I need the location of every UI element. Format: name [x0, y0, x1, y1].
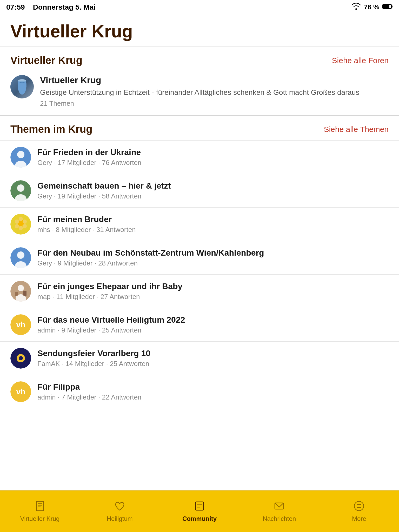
svg-point-6: [17, 151, 24, 158]
theme-list: Für Frieden in der UkraineGery · 17 Mitg…: [0, 140, 399, 408]
nav-item-virtueller-krug[interactable]: Virtueller Krug: [0, 491, 80, 532]
themes-header: Themen im Krug Siehe alle Themen: [0, 123, 399, 140]
status-date: Donnerstag 5. Mai: [33, 3, 96, 11]
theme-meta: Gery · 19 Mitglieder · 58 Antworten: [37, 192, 171, 200]
theme-avatar: [10, 147, 31, 168]
theme-title: Für den Neubau im Schönstatt-Zentrum Wie…: [37, 248, 264, 258]
theme-info: Für Filippaadmin · 7 Mitglieder · 22 Ant…: [37, 382, 141, 401]
forum-meta: 21 Themen: [40, 99, 360, 108]
status-bar: 07:59 Donnerstag 5. Mai 76 %: [0, 0, 399, 13]
theme-meta: FamAK · 14 Mitglieder · 25 Antworten: [37, 360, 150, 368]
nav-label-virtueller-krug: Virtueller Krug: [20, 515, 60, 522]
forum-section-header: Virtueller Krug Siehe alle Foren: [10, 55, 389, 66]
see-all-themes-link[interactable]: Siehe alle Themen: [324, 125, 389, 134]
svg-point-14: [23, 220, 27, 224]
nav-item-community[interactable]: Community: [159, 491, 239, 532]
svg-point-17: [15, 224, 19, 228]
svg-point-15: [23, 224, 27, 228]
fade-overlay: [0, 470, 399, 490]
forum-description: Geistige Unterstützung in Echtzeit - für…: [40, 87, 360, 97]
svg-point-9: [17, 184, 24, 192]
page-title-section: Virtueller Krug: [0, 13, 399, 47]
theme-title: Für meinen Bruder: [37, 215, 136, 224]
nav-item-more[interactable]: More: [319, 491, 399, 532]
theme-info: Für den Neubau im Schönstatt-Zentrum Wie…: [37, 248, 264, 267]
bottom-nav: Virtueller Krug Heiligtum Community: [0, 490, 399, 532]
theme-item[interactable]: vh Für Filippaadmin · 7 Mitglieder · 22 …: [0, 375, 399, 408]
forum-avatar: [10, 75, 34, 98]
status-time: 07:59: [6, 3, 25, 11]
nav-label-nachrichten: Nachrichten: [263, 515, 296, 522]
svg-point-18: [15, 220, 19, 224]
themes-section-title: Themen im Krug: [10, 123, 92, 135]
battery-text: 76 %: [364, 3, 379, 11]
nav-icon-community: [194, 500, 205, 514]
theme-avatar: [10, 348, 31, 369]
theme-info: Für Frieden in der UkraineGery · 17 Mitg…: [37, 148, 141, 167]
theme-meta: admin · 9 Mitglieder · 25 Antworten: [37, 326, 185, 334]
see-all-forums-link[interactable]: Siehe alle Foren: [332, 56, 389, 65]
svg-text:vh: vh: [16, 387, 25, 396]
nav-icon-nachrichten: [274, 500, 285, 514]
status-right: 76 %: [351, 3, 393, 12]
theme-avatar: [10, 180, 31, 201]
theme-title: Für ein junges Ehepaar und ihr Baby: [37, 282, 182, 291]
wifi-icon: [351, 3, 361, 12]
svg-text:vh: vh: [16, 320, 25, 329]
theme-avatar: [10, 247, 31, 268]
theme-item[interactable]: Für ein junges Ehepaar und ihr Babymap ·…: [0, 274, 399, 308]
theme-item[interactable]: Für meinen Brudermhs · 8 Mitglieder · 31…: [0, 207, 399, 241]
theme-title: Für Filippa: [37, 382, 141, 392]
nav-item-nachrichten[interactable]: Nachrichten: [240, 491, 319, 532]
forum-card[interactable]: Virtueller Krug Geistige Unterstützung i…: [10, 72, 389, 113]
svg-rect-1: [383, 5, 389, 8]
svg-point-31: [19, 356, 23, 360]
nav-item-heiligtum[interactable]: Heiligtum: [80, 491, 159, 532]
svg-point-13: [19, 217, 23, 221]
nav-label-more: More: [352, 515, 366, 522]
themes-section: Themen im Krug Siehe alle Themen Für Fri…: [0, 116, 399, 408]
theme-info: Für das neue Virtuelle Heiligtum 2022adm…: [37, 315, 185, 334]
battery-icon: [382, 3, 393, 11]
page-title: Virtueller Krug: [10, 21, 389, 41]
theme-info: Sendungsfeier Vorarlberg 10FamAK · 14 Mi…: [37, 349, 150, 368]
theme-item[interactable]: Für Frieden in der UkraineGery · 17 Mitg…: [0, 140, 399, 174]
main-content: Virtueller Krug Virtueller Krug Siehe al…: [0, 13, 399, 455]
nav-label-community: Community: [182, 515, 217, 522]
nav-icon-heiligtum: [114, 500, 125, 514]
nav-label-heiligtum: Heiligtum: [107, 515, 133, 522]
theme-avatar: [10, 281, 31, 302]
svg-point-16: [19, 226, 23, 230]
svg-point-20: [17, 251, 24, 259]
theme-avatar: [10, 214, 31, 235]
theme-meta: mhs · 8 Mitglieder · 31 Antworten: [37, 226, 136, 234]
nav-icon-more: [353, 500, 365, 514]
theme-meta: Gery · 9 Mitglieder · 28 Antworten: [37, 259, 264, 267]
theme-item[interactable]: Sendungsfeier Vorarlberg 10FamAK · 14 Mi…: [0, 341, 399, 375]
theme-item[interactable]: Gemeinschaft bauen – hier & jetztGery · …: [0, 174, 399, 207]
nav-icon-virtueller-krug: [34, 500, 46, 514]
forum-name: Virtueller Krug: [40, 75, 360, 85]
forum-avatar-image: [10, 75, 34, 98]
theme-avatar: vh: [10, 314, 31, 335]
theme-item[interactable]: vh Für das neue Virtuelle Heiligtum 2022…: [0, 308, 399, 341]
svg-rect-25: [15, 292, 18, 296]
theme-item[interactable]: Für den Neubau im Schönstatt-Zentrum Wie…: [0, 241, 399, 274]
theme-meta: map · 11 Mitglieder · 27 Antworten: [37, 293, 182, 301]
forum-section: Virtueller Krug Siehe alle Foren Virtuel…: [0, 47, 399, 116]
svg-rect-26: [23, 291, 26, 296]
svg-rect-2: [391, 5, 393, 8]
forum-section-title: Virtueller Krug: [10, 55, 82, 66]
svg-point-23: [18, 285, 24, 291]
theme-avatar: vh: [10, 381, 31, 402]
svg-rect-34: [36, 501, 44, 511]
theme-meta: Gery · 17 Mitglieder · 76 Antworten: [37, 159, 141, 167]
theme-info: Für ein junges Ehepaar und ihr Babymap ·…: [37, 282, 182, 301]
status-time-date: 07:59 Donnerstag 5. Mai: [6, 3, 96, 11]
svg-point-4: [18, 79, 26, 82]
theme-info: Gemeinschaft bauen – hier & jetztGery · …: [37, 181, 171, 200]
theme-title: Für Frieden in der Ukraine: [37, 148, 141, 157]
theme-title: Für das neue Virtuelle Heiligtum 2022: [37, 315, 185, 325]
theme-title: Gemeinschaft bauen – hier & jetzt: [37, 181, 171, 191]
theme-title: Sendungsfeier Vorarlberg 10: [37, 349, 150, 358]
